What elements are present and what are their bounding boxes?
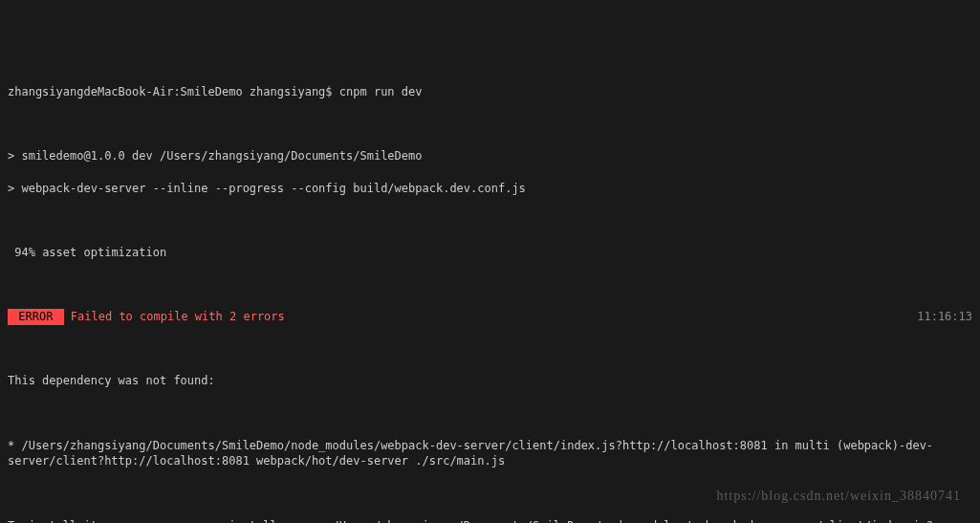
progress-line: 94% asset optimization [8, 245, 972, 261]
blank-line [8, 277, 972, 294]
terminal-output[interactable]: zhangsiyangdeMacBook-Air:SmileDemo zhang… [8, 68, 972, 523]
blank-line [8, 405, 972, 422]
watermark: https://blog.csdn.net/weixin_38840741 [716, 487, 961, 506]
blank-line [8, 117, 972, 133]
npm-script-line: > smiledemo@1.0.0 dev /Users/zhangsiyang… [8, 148, 972, 164]
error-line: ERROR Failed to compile with 2 errors11:… [8, 309, 972, 325]
npm-script-line: > webpack-dev-server --inline --progress… [8, 181, 972, 197]
dependency-header: This dependency was not found: [8, 373, 972, 389]
blank-line [8, 341, 972, 358]
timestamp: 11:16:13 [917, 309, 972, 325]
dependency-detail: * /Users/zhangsiyang/Documents/SmileDemo… [8, 438, 972, 470]
prompt-line: zhangsiyangdeMacBook-Air:SmileDemo zhang… [8, 84, 972, 100]
error-badge: ERROR [8, 309, 64, 325]
error-message: Failed to compile with 2 errors [64, 310, 285, 323]
install-hint: To install it, you can run: npm install … [8, 518, 972, 524]
blank-line [8, 212, 972, 229]
